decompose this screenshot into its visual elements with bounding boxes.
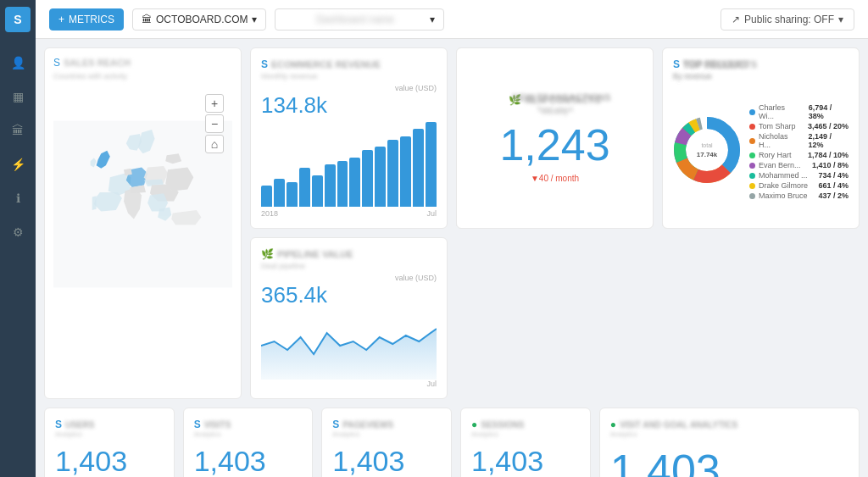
zoom-in-button[interactable]: + bbox=[205, 94, 224, 113]
bar bbox=[387, 140, 398, 207]
bar bbox=[375, 147, 386, 207]
share-icon: ↗ bbox=[732, 14, 740, 25]
line-chart-card: 🌿 PIPELINE VALUE Deal pipeline value (US… bbox=[250, 237, 448, 399]
bar bbox=[349, 158, 360, 207]
svg-point-18 bbox=[692, 135, 722, 165]
line-value-label: value (USD) bbox=[261, 274, 437, 282]
kpi-sessions-subtitle: Analytics bbox=[471, 430, 580, 438]
chevron-down-icon: ▾ bbox=[252, 14, 257, 25]
dashboard-content: S SALES REACH Countries with activity bbox=[36, 39, 868, 477]
line-card-subtitle: Deal pipeline bbox=[261, 262, 437, 270]
bar-value-label: value (USD) bbox=[261, 84, 437, 92]
kpi-pageviews-card: S PAGEVIEWS Analytics 1,403 ▲▲0 / day bbox=[321, 408, 452, 477]
kpi-users-subtitle: Analytics bbox=[55, 430, 164, 438]
bar-big-value: 134.8k bbox=[261, 92, 437, 119]
bar-chart bbox=[261, 122, 437, 207]
reset-button[interactable]: ⌂ bbox=[205, 135, 224, 153]
kpi-sessions-title: SESSIONS bbox=[481, 420, 524, 430]
kpi-users-title: USERS bbox=[65, 420, 94, 430]
bar-chart-card: S ECOMMERCE REVENUE Monthly revenue valu… bbox=[250, 47, 448, 229]
kpi2-value: 1,243 bbox=[499, 123, 609, 167]
year-label: 2018 bbox=[261, 209, 278, 218]
bar bbox=[400, 136, 411, 207]
bar bbox=[274, 179, 285, 207]
map-card-title: SALES REACH bbox=[64, 58, 131, 68]
sidebar: S 👤 ▦ 🏛 ⚡ ℹ ⚙ bbox=[0, 0, 36, 477]
svg-text:17.74k: 17.74k bbox=[697, 151, 718, 158]
kpi-analytics-title: VISIT AND GOAL ANALYTICS bbox=[620, 420, 737, 430]
bar bbox=[299, 168, 310, 207]
sharing-button[interactable]: ↗ Public sharing: OFF ▾ bbox=[721, 8, 854, 31]
kpi-pageviews-title: PAGEVIEWS bbox=[342, 420, 393, 430]
kpi-visits-subtitle: Analytics bbox=[194, 430, 303, 438]
metrics-label: METRICS bbox=[69, 14, 114, 25]
kpi-users-value: 1,403 bbox=[55, 445, 164, 477]
map-card: S SALES REACH Countries with activity bbox=[44, 47, 242, 399]
map-container: + − ⌂ bbox=[53, 86, 232, 323]
line-card-title: PIPELINE VALUE bbox=[277, 249, 353, 259]
sidebar-logo[interactable]: S bbox=[5, 7, 31, 32]
bar bbox=[362, 150, 373, 207]
kpi-pageviews-subtitle: Analytics bbox=[332, 430, 441, 438]
bar bbox=[312, 175, 323, 208]
dashboard-select[interactable]: Dashboard name ▾ bbox=[275, 8, 444, 31]
kpi-visits-value: 1,403 bbox=[194, 445, 303, 477]
bar bbox=[337, 161, 348, 207]
kpi-analytics-value: 1,403 bbox=[610, 445, 849, 477]
sharing-label: Public sharing: OFF bbox=[744, 14, 834, 25]
metrics-button[interactable]: + METRICS bbox=[49, 8, 124, 31]
kpi-visits-title: VISITS bbox=[204, 420, 231, 430]
bar bbox=[413, 129, 424, 207]
line-jul-label: Jul bbox=[261, 380, 437, 388]
sidebar-item-grid[interactable]: ▦ bbox=[3, 81, 33, 112]
sidebar-item-gear[interactable]: ⚙ bbox=[3, 217, 33, 247]
main-content: + METRICS 🏛 OCTOBOARD.COM ▾ Dashboard na… bbox=[36, 0, 868, 477]
donut2-subtitle: By revenue bbox=[673, 72, 849, 80]
svg-text:total: total bbox=[701, 142, 713, 148]
bar bbox=[287, 182, 298, 207]
donut2-title: TOP SELLERS bbox=[683, 59, 748, 69]
line-chart bbox=[261, 312, 437, 380]
octoboard-select[interactable]: 🏛 OCTOBOARD.COM ▾ bbox=[132, 8, 266, 31]
chevron-down-icon-3: ▾ bbox=[838, 14, 843, 25]
zoom-out-button[interactable]: − bbox=[205, 114, 224, 133]
kpi-users-card: S USERS Analytics 1,403 ▲▲0 / day bbox=[44, 408, 175, 477]
bar-card-title: ECOMMERCE REVENUE bbox=[271, 59, 381, 69]
jul-label: Jul bbox=[426, 209, 437, 218]
kpi-sessions-card: ● SESSIONS Analytics 1,403 ▲▲0 / day bbox=[460, 408, 591, 477]
kpi-pageviews-value: 1,403 bbox=[332, 445, 441, 477]
donut2-card: S TOP SELLERS By revenue bbox=[662, 47, 860, 229]
building-icon: 🏛 bbox=[142, 14, 152, 25]
octoboard-label: OCTOBOARD.COM bbox=[156, 14, 248, 25]
bar bbox=[325, 164, 336, 207]
donut2-svg-container: total 17.74k bbox=[673, 116, 741, 187]
sidebar-item-info[interactable]: ℹ bbox=[3, 183, 33, 214]
bar bbox=[426, 122, 437, 207]
donut2-svg: total 17.74k bbox=[673, 116, 741, 184]
line-big-value: 365.4k bbox=[261, 282, 437, 308]
donut2-content: total 17.74k Charles Wi...6,794 / 38% To… bbox=[673, 86, 849, 218]
topbar: + METRICS 🏛 OCTOBOARD.COM ▾ Dashboard na… bbox=[36, 0, 868, 39]
donut2-legend: Charles Wi...6,794 / 38% Tom Sharp3,465 … bbox=[749, 103, 849, 200]
kpi-visits-card: S VISITS Analytics 1,403 ▲▲0 / day bbox=[183, 408, 314, 477]
kpi2-delta: ▼40 / month bbox=[531, 174, 579, 183]
row1: S SALES REACH Countries with activity bbox=[44, 47, 860, 399]
row2: S USERS Analytics 1,403 ▲▲0 / day S VISI… bbox=[44, 408, 860, 477]
bar bbox=[261, 186, 272, 207]
kpi2-title: NEW CONTACTS bbox=[525, 95, 600, 105]
kpi-analytics-subtitle: Analytics bbox=[610, 430, 849, 438]
map-controls: + − ⌂ bbox=[205, 94, 224, 153]
kpi-analytics-card: ● VISIT AND GOAL ANALYTICS Analytics 1,4… bbox=[599, 408, 860, 477]
sidebar-item-lightning[interactable]: ⚡ bbox=[3, 149, 33, 180]
dashboard-label: Dashboard name bbox=[284, 14, 426, 25]
bar-card-subtitle: Monthly revenue bbox=[261, 72, 437, 80]
kpi2-card: 🌿 NEW CONTACTS Monthly 1,243 ▼40 / month bbox=[456, 47, 654, 229]
sidebar-item-building[interactable]: 🏛 bbox=[3, 115, 33, 146]
plus-icon: + bbox=[58, 14, 64, 25]
kpi-sessions-value: 1,403 bbox=[471, 445, 580, 477]
map-card-subtitle: Countries with activity bbox=[53, 72, 232, 80]
sidebar-item-person[interactable]: 👤 bbox=[3, 47, 33, 78]
kpi2-subtitle: Monthly bbox=[542, 108, 569, 116]
chevron-down-icon-2: ▾ bbox=[430, 14, 435, 25]
